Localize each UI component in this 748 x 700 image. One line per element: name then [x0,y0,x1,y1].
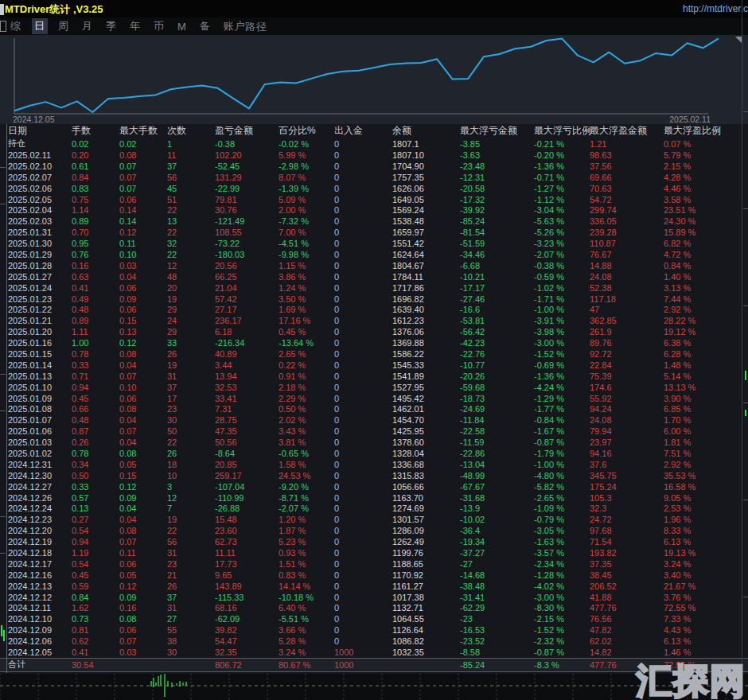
row35-cell-1: 0.94 [72,537,119,546]
menu-item-path[interactable]: 路径 [245,20,267,34]
row34-cell-1: 0.54 [72,526,119,535]
table-row[interactable]: 2025.01.060.870.075047.353.43 %01425.95-… [0,426,748,437]
table-row[interactable]: 2025.01.140.330.04193.440.22 %01545.33-1… [0,360,748,371]
table-row[interactable]: 2025.01.030.260.042250.563.81 %01378.60-… [0,437,748,448]
row44-cell-1: 0.62 [72,636,119,646]
row10-cell-5: 1.15 % [279,261,334,270]
row26-cell-10: 23.97 [590,438,664,447]
panel-title: MTDriver统计 ,V3.25 [5,2,103,17]
table-row[interactable]: 2025.01.100.940.103732.532.18 %01527.95-… [0,382,748,393]
table-row[interactable]: 2024.12.130.590.1226143.8914.14 %01161.2… [0,581,748,592]
row45-cell-3: 30 [167,648,215,657]
table-row[interactable]: 2025.01.161.000.1233-216.34-13.64 %01369… [0,337,748,348]
row1-cell-9: -1.36 % [534,161,590,171]
row14-cell-9: -1.00 % [534,305,590,314]
row38-cell-11: 3.40 % [664,570,735,580]
table-row[interactable]: 2025.01.090.450.061733.412.29 %01495.42-… [0,393,748,404]
table-row[interactable]: 2024.12.160.450.05219.650.83 %01170.92-1… [0,570,748,581]
menu-item-9[interactable]: 账户 [221,18,248,34]
table-row[interactable]: 2024.12.120.840.0937-115.33-10.18 %01017… [0,592,748,603]
table-row[interactable]: 2024.12.111.620.163168.166.40 %01132.71-… [0,603,748,614]
scroll-to-end-icon[interactable] [735,37,742,43]
table-row[interactable]: 2025.02.070.840.0756131.298.07 %01757.35… [0,172,748,183]
table-row[interactable]: 2025.01.130.710.073113.940.91 %01541.89-… [0,371,748,382]
row23-cell-1: 0.66 [72,404,119,414]
table-row[interactable]: 2024.12.270.330.123-107.04-9.20 %01056.6… [0,481,748,492]
edge-signal-mark [745,410,746,416]
row43-cell-4: 39.82 [215,625,279,635]
row12-cell-7: 1717.86 [392,283,460,293]
table-row[interactable]: 2024.12.190.940.075662.735.23 %01262.49-… [0,536,748,547]
table-row[interactable]: 2024.12.170.540.062317.731.51 %01188.65-… [0,558,748,570]
row34-cell-9: -3.05 % [534,526,590,535]
row39-cell-6: 0 [334,581,392,591]
table-row[interactable]: 2024.12.200.540.082223.601.87 %01286.09-… [0,525,748,536]
table-row[interactable]: 2025.01.020.780.0826-8.64-0.65 %01328.04… [0,448,748,459]
table-row[interactable]: 2024.12.310.340.051820.851.58 %01336.68-… [0,459,748,470]
table-row[interactable]: 2025.01.290.760.1022-180.03-9.98 %01624.… [0,249,748,260]
total-cell-5: 80.67 % [279,660,334,670]
row15-cell-6: 0 [334,316,392,325]
menu-item-8[interactable]: 备 [197,18,213,34]
row20-cell-7: 1541.89 [392,371,460,381]
table-row[interactable]: 2025.01.240.410.062021.041.24 %01717.86-… [0,282,748,294]
table-row[interactable]: 2025.02.110.200.0811102.205.99 %01807.10… [0,150,748,161]
table-row[interactable]: 2025.01.300.950.1132-73.22-4.51 %01551.4… [0,238,748,249]
menu-item-2[interactable]: 周 [56,18,72,34]
menu-item-0[interactable]: 综 [8,18,24,34]
axis-tick [0,204,6,204]
table-row[interactable]: 2024.12.060.620.073854.475.28 %01086.82-… [0,636,748,647]
row34-cell-10: 97.68 [590,526,664,535]
table-row[interactable]: 2025.01.310.700.1222108.557.00 %01659.97… [0,227,748,238]
table-row[interactable]: 2025.01.150.780.082640.892.65 %01586.22-… [0,348,748,360]
table-row[interactable]: 2025.02.100.610.0737-52.45-2.98 %01704.9… [0,161,748,172]
row12-cell-3: 20 [167,283,215,293]
table-row[interactable]: 2025.01.220.480.062927.171.69 %01639.40-… [0,304,748,315]
table-row[interactable]: 2024.12.090.810.065539.823.66 %01126.64-… [0,624,748,636]
row12-cell-11: 3.13 % [664,283,735,293]
table-row[interactable]: 2024.12.300.500.1510259.1724.53 %01315.8… [0,470,748,481]
table-row[interactable]: 2025.01.210.890.1524236.1717.16 %01612.2… [0,315,748,326]
table-row[interactable]: 2024.12.260.570.0912-110.99-8.71 %01163.… [0,492,748,504]
table-row[interactable]: 2024.12.100.730.0827-62.09-5.51 %01064.5… [0,613,748,624]
row30-cell-1: 0.33 [72,482,119,492]
vendor-url-link[interactable]: http://mtdriver.c [683,3,748,14]
table-row[interactable]: 2025.02.030.890.1413-121.49-7.32 %01538.… [0,216,748,227]
row29-cell-8: -48.99 [460,471,534,480]
table-row[interactable]: 2025.01.070.480.043028.752.02 %01454.70-… [0,414,748,426]
row12-cell-8: -17.17 [460,283,534,293]
table-row[interactable]: 2025.01.201.110.13296.180.45 %01376.06-5… [0,326,748,337]
menu-item-3[interactable]: 月 [80,18,95,34]
table-row[interactable]: 2025.01.080.660.08237.310.50 %01462.01-2… [0,403,748,414]
table-row[interactable]: 2025.02.050.750.065179.815.09 %01649.05-… [0,194,748,205]
row19-cell-0: 2025.01.14 [8,360,72,370]
table-row[interactable]: 2024.12.240.130.047-26.88-2.07 %01274.69… [0,504,748,515]
table-row[interactable]: 2024.12.050.410.033032.353.24 %10001032.… [0,647,748,658]
row25-cell-11: 6.00 % [664,426,735,436]
row21-cell-1: 0.94 [72,383,119,392]
menu-item-7[interactable]: M [175,20,189,33]
row35-cell-5: 5.23 % [279,537,334,546]
table-row[interactable]: 2024.12.230.270.041915.481.20 %01301.57-… [0,514,748,525]
row2-cell-10: 69.66 [590,173,664,182]
table-row[interactable]: 2025.01.280.160.031220.561.15 %01804.67-… [0,260,748,271]
menu-item-5[interactable]: 年 [127,18,143,34]
row9-cell-5: -9.98 % [279,250,334,259]
row17-cell-10: 89.76 [590,338,664,348]
menu-item-4[interactable]: 季 [103,18,119,34]
table-row[interactable]: 2025.01.230.490.091957.423.50 %01696.82-… [0,294,748,305]
row44-cell-5: 5.28 % [279,636,334,646]
equity-curve-chart[interactable]: 2024.12.052025.02.11 [0,35,748,124]
row39-cell-1: 0.59 [72,581,119,591]
row24-cell-5: 2.02 % [279,415,334,425]
table-row[interactable]: 2025.01.270.630.044866.253.86 %01784.11-… [0,271,748,282]
menu-item-6[interactable]: 币 [151,18,167,34]
open-position-row[interactable]: 持仓0.020.021-0.38-0.02 %01807.1-3.85-0.21… [0,138,748,150]
row36-cell-4: 11.11 [215,548,279,558]
row6-cell-8: -85.24 [460,216,534,226]
table-row[interactable]: 2025.02.041.140.142230.762.00 %01569.24-… [0,204,748,216]
menu-item-1[interactable]: 日 [32,18,48,34]
table-row[interactable]: 2025.02.060.830.0745-22.99-1.39 %01626.0… [0,183,748,194]
row16-cell-7: 1376.06 [392,327,460,336]
table-row[interactable]: 2024.12.181.190.113111.110.93 %01199.76-… [0,547,748,558]
